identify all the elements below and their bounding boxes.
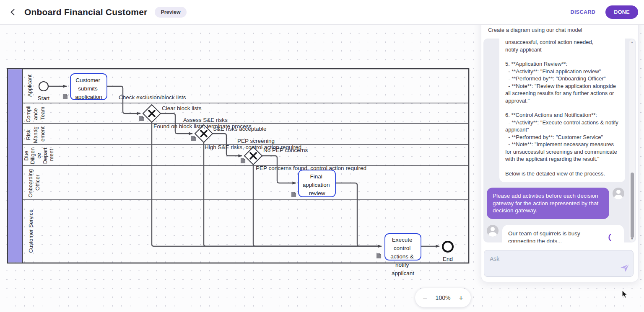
typing-text: Our team of squirrels is busy connecting… — [508, 230, 600, 243]
start-event[interactable]: Start — [38, 82, 50, 101]
end-event-label: End — [443, 256, 453, 262]
chat-scrollbar[interactable]: ▲ ▼ — [629, 39, 635, 242]
user-message-row: Please add activities before each decisi… — [487, 188, 633, 219]
start-event-label: Start — [38, 95, 50, 101]
send-icon — [620, 264, 629, 272]
chevron-left-icon — [9, 8, 17, 16]
document-icon — [63, 94, 68, 99]
flow-task2-to-task3[interactable] — [335, 183, 382, 246]
chat-history[interactable]: unsuccessful, control action needed, not… — [483, 39, 636, 242]
edge-label-no-pep-concerns: No PEP concerns — [263, 147, 308, 153]
lane-label-applicant[interactable]: Applicant — [26, 74, 33, 97]
scroll-thumb[interactable] — [631, 173, 634, 238]
task-execute-control-actions[interactable]: Execute control actions & notify applica… — [377, 234, 421, 276]
zoom-out-button[interactable]: − — [423, 294, 427, 302]
assistant-typing-row: Our team of squirrels is busy connecting… — [487, 225, 633, 243]
edge-label-assess-se-risks: Assess S&E risks — [183, 117, 228, 123]
assistant-message-paragraph: 6. **Control Actions and Notification**:… — [505, 111, 619, 163]
pia-chat-panel: PIA Create a diagram using our chat mode… — [481, 7, 639, 282]
scroll-down-icon[interactable]: ▼ — [629, 237, 635, 240]
ask-input[interactable] — [484, 250, 633, 276]
lane-label-due-diligence[interactable]: Due Diligen ce Depart ment — [23, 146, 55, 164]
edge-label-clear-block-lists: Clear block lists — [162, 105, 202, 111]
document-icon — [139, 116, 144, 121]
lane-label-risk-management[interactable]: Risk Manag ement — [25, 125, 46, 143]
assistant-typing-message: Our team of squirrels is busy connecting… — [502, 225, 624, 243]
zoom-level: 100% — [436, 294, 451, 301]
user-message: Please add activities before each decisi… — [487, 188, 609, 219]
assistant-message: unsuccessful, control action needed, not… — [499, 39, 625, 182]
zoom-control: − 100% + — [415, 288, 471, 307]
lane-label-onboarding-officer[interactable]: Onboarding Officer — [27, 168, 41, 198]
assistant-avatar — [487, 225, 499, 237]
edge-label-check-exclusion: Check exclusion/block lists — [119, 94, 186, 101]
document-icon — [377, 253, 381, 258]
assistant-message-paragraph: Below is the detailed view of the proces… — [505, 170, 619, 178]
bpmn-diagram: Applicant Compli ance Team Risk Manag em… — [0, 25, 480, 312]
ask-input-box — [484, 250, 634, 277]
page-title: Onboard Financial Customer — [24, 7, 147, 17]
discard-button[interactable]: DISCARD — [571, 9, 596, 15]
lane-dividers — [23, 103, 469, 200]
document-icon — [191, 136, 196, 141]
assistant-message-paragraph: 5. **Application Review**: - **Activity*… — [505, 60, 619, 104]
svg-text:Customer submits: Customer submits application — [75, 77, 102, 100]
preview-badge: Preview — [155, 7, 186, 18]
task-final-application-review[interactable]: Final application review — [291, 170, 335, 197]
sequence-flows — [48, 86, 439, 246]
edge-label-se-risks-acceptable: S&E risks acceptable — [213, 126, 267, 132]
user-avatar — [613, 188, 624, 199]
send-button[interactable] — [620, 264, 630, 273]
back-button[interactable] — [6, 5, 20, 19]
pool-header-bar — [8, 70, 23, 263]
done-button[interactable]: DONE — [605, 5, 638, 19]
zoom-in-button[interactable]: + — [459, 294, 463, 302]
task-customer-submits-application[interactable]: Customer submits application — [63, 74, 107, 100]
gateway-block-lists[interactable] — [139, 105, 161, 122]
end-event[interactable]: End — [443, 242, 453, 262]
lane-label-customer-service[interactable]: Customer Service — [28, 209, 34, 253]
lane-label-compliance-team[interactable]: Compli ance Team — [25, 104, 46, 122]
document-icon — [291, 192, 296, 197]
edge-label-pep-screening: PEP screening — [237, 138, 275, 144]
top-bar: Onboard Financial Customer Preview DISCA… — [0, 0, 644, 25]
edge-label-pep-concerns-found: PEP concerns found, control action requi… — [256, 165, 366, 171]
svg-text:Execute control: Execute control actions & notify applica… — [390, 237, 415, 276]
assistant-message-paragraph: unsuccessful, control action needed, not… — [505, 39, 619, 53]
document-icon — [241, 158, 245, 163]
app-root: Onboard Financial Customer Preview DISCA… — [0, 0, 644, 312]
scroll-up-icon[interactable]: ▲ — [629, 41, 635, 44]
loading-spinner-icon — [604, 232, 614, 242]
